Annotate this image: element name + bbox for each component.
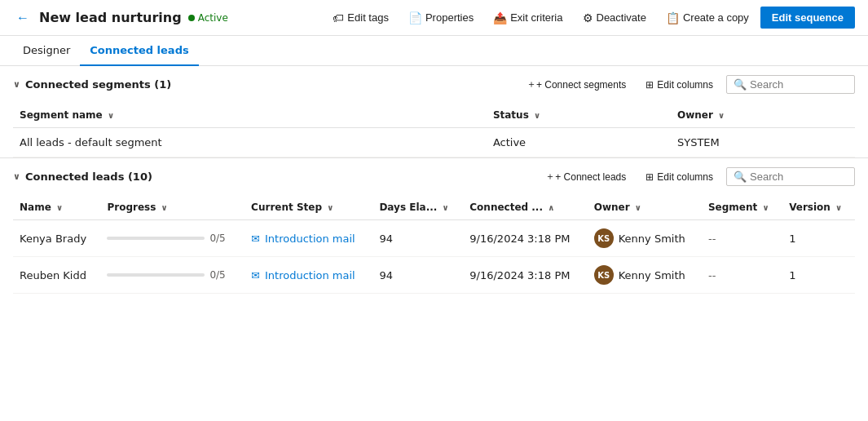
status-dot xyxy=(188,15,195,21)
step-label: Introduction mail xyxy=(265,233,355,245)
gear-icon: ⚙ xyxy=(583,11,593,24)
segment-owner-cell: SYSTEM xyxy=(671,128,855,157)
col-segment-name[interactable]: Segment name ∨ xyxy=(13,103,487,128)
segment-name-cell: All leads - default segment xyxy=(13,128,487,157)
segments-section-title[interactable]: ∨ Connected segments (1) xyxy=(13,78,171,91)
sort-icon: ∨ xyxy=(108,111,114,120)
segments-search-input[interactable] xyxy=(750,78,848,91)
connect-leads-plus-icon: ＋ xyxy=(545,170,555,184)
segments-search-box: 🔍 xyxy=(726,75,855,94)
col-days-elapsed[interactable]: Days Ela... ∨ xyxy=(372,195,463,220)
deactivate-button[interactable]: ⚙ Deactivate xyxy=(575,7,654,29)
exit-icon: 📤 xyxy=(493,11,507,24)
lead-segment-cell: -- xyxy=(702,257,782,294)
col-owner[interactable]: Owner ∨ xyxy=(671,103,855,128)
back-button[interactable]: ← xyxy=(13,11,33,25)
leads-table-header-row: Name ∨ Progress ∨ Current Step ∨ Days El… xyxy=(13,195,855,220)
leads-section-header: ∨ Connected leads (10) ＋ + Connect leads… xyxy=(0,158,868,195)
back-icon: ← xyxy=(16,11,29,25)
edit-columns-leads-button[interactable]: ⊞ Edit columns xyxy=(639,168,720,186)
edit-sequence-button[interactable]: Edit sequence xyxy=(760,7,855,29)
columns-icon: ⊞ xyxy=(645,171,654,183)
segments-section: ∨ Connected segments (1) ＋ + Connect seg… xyxy=(0,66,868,158)
sort-icon: ∨ xyxy=(835,203,842,212)
segment-status-cell: Active xyxy=(487,128,671,157)
lead-days-cell: 94 xyxy=(372,220,463,257)
sort-icon: ∨ xyxy=(161,203,168,212)
lead-version-cell: 1 xyxy=(782,257,855,294)
connect-segments-button[interactable]: ＋ + Connect segments xyxy=(520,74,632,95)
col-version[interactable]: Version ∨ xyxy=(782,195,855,220)
lead-owner-cell: KS Kenny Smith xyxy=(588,257,702,294)
exit-criteria-button[interactable]: 📤 Exit criteria xyxy=(485,7,571,29)
copy-icon: 📋 xyxy=(666,11,680,24)
col-progress[interactable]: Progress ∨ xyxy=(100,195,245,220)
sort-icon: ∨ xyxy=(443,203,449,212)
lead-connected-date-cell: 9/16/2024 3:18 PM xyxy=(463,257,587,294)
search-icon: 🔍 xyxy=(734,171,747,183)
tabs: Designer Connected leads xyxy=(0,36,868,66)
lead-days-cell: 94 xyxy=(372,257,463,294)
segments-table-header-row: Segment name ∨ Status ∨ Owner ∨ xyxy=(13,103,855,128)
lead-segment-cell: -- xyxy=(702,220,782,257)
col-name[interactable]: Name ∨ xyxy=(13,195,100,220)
tab-designer[interactable]: Designer xyxy=(13,36,80,66)
avatar: KS xyxy=(594,228,614,248)
create-copy-button[interactable]: 📋 Create a copy xyxy=(658,7,757,29)
segments-section-header: ∨ Connected segments (1) ＋ + Connect seg… xyxy=(0,66,868,103)
status-label: Active xyxy=(198,12,228,24)
col-status[interactable]: Status ∨ xyxy=(487,103,671,128)
sort-desc-icon: ∧ xyxy=(548,203,554,212)
page-title: New lead nurturing xyxy=(39,10,182,25)
leads-title-text: Connected leads (10) xyxy=(25,171,152,183)
col-connected-date[interactable]: Connected ... ∧ xyxy=(463,195,587,220)
top-bar: ← New lead nurturing Active 🏷 Edit tags … xyxy=(0,0,868,36)
table-row: Kenya Brady 0/5 ✉ Introduction mail 94 9… xyxy=(13,220,855,257)
mail-icon: ✉ xyxy=(251,233,260,245)
edit-tags-button[interactable]: 🏷 Edit tags xyxy=(324,7,397,29)
leads-section-title[interactable]: ∨ Connected leads (10) xyxy=(13,171,152,183)
columns-icon: ⊞ xyxy=(645,79,654,91)
leads-actions: ＋ + Connect leads ⊞ Edit columns 🔍 xyxy=(539,166,855,187)
sort-icon: ∨ xyxy=(534,111,540,120)
lead-connected-date-cell: 9/16/2024 3:18 PM xyxy=(463,220,587,257)
leads-table-wrap: Name ∨ Progress ∨ Current Step ∨ Days El… xyxy=(0,195,868,294)
edit-columns-segments-button[interactable]: ⊞ Edit columns xyxy=(639,76,720,94)
segments-title-text: Connected segments (1) xyxy=(25,78,171,91)
chevron-icon: ∨ xyxy=(13,171,20,182)
sort-icon: ∨ xyxy=(762,203,769,212)
leads-section: ∨ Connected leads (10) ＋ + Connect leads… xyxy=(0,158,868,294)
tag-icon: 🏷 xyxy=(333,11,344,24)
lead-progress-cell: 0/5 xyxy=(100,257,245,294)
table-row: All leads - default segment Active SYSTE… xyxy=(13,128,855,157)
leads-table: Name ∨ Progress ∨ Current Step ∨ Days El… xyxy=(13,195,855,294)
col-current-step[interactable]: Current Step ∨ xyxy=(245,195,372,220)
col-segment[interactable]: Segment ∨ xyxy=(702,195,782,220)
lead-owner-cell: KS Kenny Smith xyxy=(588,220,702,257)
segments-table: Segment name ∨ Status ∨ Owner ∨ All lead… xyxy=(13,103,855,157)
lead-name-cell: Kenya Brady xyxy=(13,220,100,257)
status-badge: Active xyxy=(188,12,228,24)
doc-icon: 📄 xyxy=(408,11,422,24)
mail-icon: ✉ xyxy=(251,269,260,281)
owner-name: Kenny Smith xyxy=(619,269,685,281)
sort-icon: ∨ xyxy=(635,203,641,212)
step-label: Introduction mail xyxy=(265,269,355,281)
lead-name-cell: Reuben Kidd xyxy=(13,257,100,294)
col-owner[interactable]: Owner ∨ xyxy=(588,195,702,220)
connect-leads-button[interactable]: ＋ + Connect leads xyxy=(539,166,632,187)
avatar: KS xyxy=(594,265,614,285)
owner-name: Kenny Smith xyxy=(619,233,685,245)
segments-table-wrap: Segment name ∨ Status ∨ Owner ∨ All lead… xyxy=(0,103,868,157)
sort-icon: ∨ xyxy=(718,111,725,120)
lead-step-cell: ✉ Introduction mail xyxy=(245,220,372,257)
leads-search-input[interactable] xyxy=(750,171,848,183)
sort-icon: ∨ xyxy=(56,203,63,212)
properties-button[interactable]: 📄 Properties xyxy=(400,7,482,29)
sort-icon: ∨ xyxy=(327,203,333,212)
connect-segments-plus-icon: ＋ xyxy=(527,78,536,91)
lead-version-cell: 1 xyxy=(782,220,855,257)
tab-connected-leads[interactable]: Connected leads xyxy=(80,36,198,66)
chevron-icon: ∨ xyxy=(13,79,20,90)
lead-progress-cell: 0/5 xyxy=(100,220,245,257)
